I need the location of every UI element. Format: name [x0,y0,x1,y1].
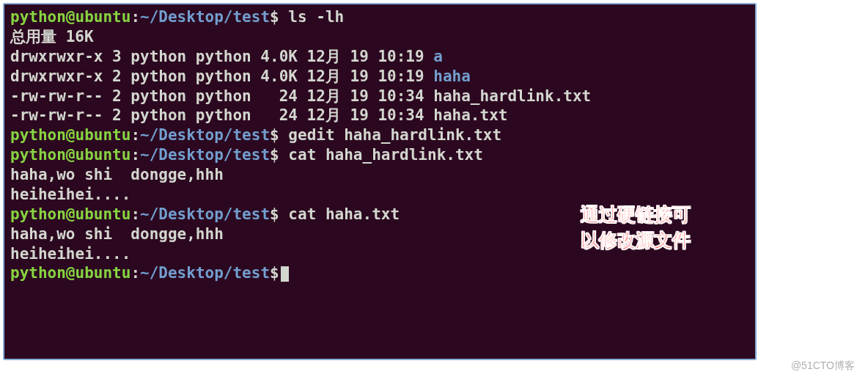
prompt-user: python@ubuntu [10,8,130,26]
prompt-dollar: $ [270,146,279,164]
file-perms: drwxrwxr-x 3 python python 4.0K 12月 19 1… [10,48,433,65]
prompt-dollar: $ [270,8,279,26]
prompt-colon: : [130,8,140,26]
file-perms: drwxrwxr-x 2 python python 4.0K 12月 19 1… [10,67,433,85]
prompt-path: ~/Desktop/test [140,264,270,282]
prompt-user: python@ubuntu [10,126,130,144]
ls-entry: -rw-rw-r-- 2 python python 24 12月 19 10:… [10,106,749,125]
terminal-line: python@ubuntu:~/Desktop/test$ cat haha_h… [10,145,749,165]
ls-entry: drwxrwxr-x 2 python python 4.0K 12月 19 1… [10,67,749,87]
watermark-text: @51CTO博客 [791,359,855,373]
prompt-dollar: $ [270,126,279,144]
command-text: cat haha_hardlink.txt [279,146,483,164]
prompt-colon: : [130,264,140,282]
cursor-icon [281,266,289,282]
prompt-path: ~/Desktop/test [140,126,270,144]
command-text: ls -lh [279,8,345,26]
prompt-path: ~/Desktop/test [140,8,270,26]
prompt-user: python@ubuntu [10,146,130,164]
dir-name: a [433,48,443,65]
dir-name: haha [433,67,471,85]
terminal-line: python@ubuntu:~/Desktop/test$ ls -lh [10,7,749,27]
command-text: gedit haha_hardlink.txt [279,126,501,144]
prompt-colon: : [130,205,140,223]
prompt-colon: : [130,146,140,164]
prompt-dollar: $ [270,205,279,223]
prompt-user: python@ubuntu [10,205,130,223]
prompt-path: ~/Desktop/test [140,146,270,164]
terminal-line: python@ubuntu:~/Desktop/test$ [10,263,749,283]
ls-entry: drwxrwxr-x 3 python python 4.0K 12月 19 1… [10,47,749,67]
prompt-dollar: $ [270,264,279,282]
terminal-window[interactable]: python@ubuntu:~/Desktop/test$ ls -lh 总用量… [3,3,757,360]
annotation-line: 通过硬链接可 [581,202,691,227]
ls-entry: -rw-rw-r-- 2 python python 24 12月 19 10:… [10,87,749,106]
command-text: cat haha.txt [279,205,400,223]
prompt-path: ~/Desktop/test [140,205,270,223]
output-total: 总用量 16K [10,27,749,47]
output-line: haha,wo shi dongge,hhh [10,165,749,185]
annotation-overlay: 通过硬链接可 以修改源文件 [581,202,691,253]
annotation-line: 以修改源文件 [581,227,691,253]
prompt-colon: : [130,126,140,144]
terminal-line: python@ubuntu:~/Desktop/test$ gedit haha… [10,125,749,145]
prompt-user: python@ubuntu [10,264,130,282]
